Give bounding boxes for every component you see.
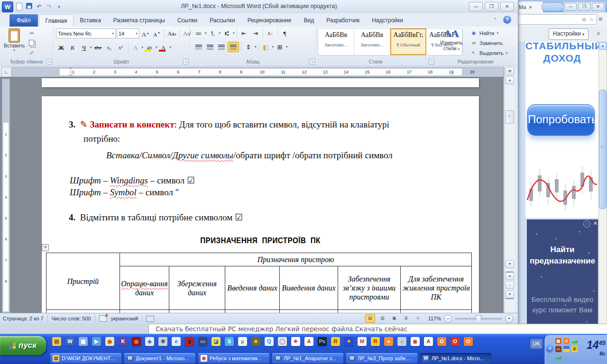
language-badge[interactable]: UK bbox=[530, 339, 543, 349]
address-bar[interactable]: ⊖ ☆ bbox=[517, 14, 597, 25]
format-painter-icon[interactable]: ✐ bbox=[28, 49, 36, 57]
paste-button[interactable]: Вставить ▾ bbox=[4, 28, 25, 57]
subscript-button[interactable]: x₂ bbox=[104, 43, 115, 52]
quick-launch-icon[interactable]: O bbox=[437, 337, 446, 346]
dialog-launcher-icon[interactable]: ↘ bbox=[309, 59, 315, 64]
ribbon-tab[interactable]: Разработчик bbox=[320, 14, 366, 27]
taskbar-window-button[interactable]: ◉ Ребуси з математик... bbox=[198, 353, 269, 364]
ribbon-tab[interactable]: Рассылки bbox=[203, 14, 241, 27]
word-count[interactable]: Число слов: 500 bbox=[52, 316, 91, 321]
superscript-button[interactable]: x² bbox=[116, 43, 126, 52]
title-bar[interactable]: W ↶ ↷ ▾ ЛР_№1.docx - Microsoft Word (Сбо… bbox=[0, 0, 518, 14]
cut-icon[interactable]: ✂ bbox=[28, 29, 36, 37]
quick-launch-icon[interactable]: ▭ bbox=[198, 337, 207, 346]
style-tile[interactable]: АаБбВвГг, ¶ Обычный bbox=[390, 28, 426, 55]
quick-launch-icon[interactable]: R bbox=[331, 337, 340, 346]
browser-tab[interactable]: Ма ✕ bbox=[516, 1, 543, 13]
grow-font-button[interactable]: А▲ bbox=[140, 29, 151, 38]
bullets-icon[interactable]: ≔ bbox=[193, 29, 204, 38]
dialog-launcher-icon[interactable]: ↘ bbox=[183, 59, 189, 64]
ad-banner[interactable]: Скачать бесплатный PC менеджер Легкий пе… bbox=[148, 324, 607, 334]
quick-launch-icon[interactable]: ◉ bbox=[411, 337, 420, 346]
quick-launch-icon[interactable]: ▶ bbox=[92, 337, 101, 346]
document-area[interactable]: 12345678 3. ✎ Записати в конспект: Для т… bbox=[0, 77, 504, 313]
quick-launch-icon[interactable]: ◯ bbox=[278, 337, 287, 346]
text-effects-button[interactable]: А bbox=[130, 43, 141, 52]
ribbon-tab[interactable]: Рецензирование bbox=[241, 14, 298, 27]
italic-button[interactable]: К bbox=[67, 43, 78, 52]
new-tab-button[interactable] bbox=[542, 2, 563, 11]
scroll-up-icon[interactable]: ▲ bbox=[599, 42, 607, 50]
align-center-button[interactable] bbox=[205, 42, 215, 52]
quick-launch-icon[interactable]: ▮ bbox=[185, 337, 194, 346]
tab-close-icon[interactable]: ✕ bbox=[528, 5, 532, 10]
sort-icon[interactable]: А↓ bbox=[265, 29, 276, 38]
style-tile[interactable]: АаБбВв Заголово... bbox=[318, 28, 354, 55]
borders-icon[interactable]: ⊞ bbox=[275, 43, 285, 52]
zoom-in-button[interactable]: + bbox=[505, 315, 513, 323]
shrink-font-button[interactable]: А▼ bbox=[152, 29, 162, 38]
quick-launch-icon[interactable]: ● bbox=[384, 337, 393, 346]
page-indicator[interactable]: Страница: 2 из 7 bbox=[3, 316, 44, 321]
tray-icon[interactable]: O bbox=[563, 338, 570, 344]
table-move-handle-icon[interactable]: ✛ bbox=[42, 244, 49, 251]
quick-launch-icon[interactable]: ★ bbox=[251, 337, 260, 346]
quick-launch-icon[interactable]: ❖ bbox=[291, 337, 300, 346]
decrease-indent-icon[interactable]: ⇤ bbox=[239, 29, 249, 38]
find-button[interactable]: ◉ Найти▾ bbox=[470, 29, 507, 37]
ad-bottom[interactable]: i ✕ Найти предназначение Бесплатный виде… bbox=[527, 219, 598, 332]
ribbon-tab[interactable]: Главная bbox=[39, 14, 74, 27]
ad-close-icon[interactable]: ✕ bbox=[593, 220, 598, 227]
print-layout-view-button[interactable]: ▤ bbox=[365, 314, 375, 323]
dialog-launcher-icon[interactable]: ↘ bbox=[46, 59, 52, 64]
style-tile[interactable]: АаБбВв Заголово... bbox=[354, 28, 390, 55]
zoom-slider[interactable] bbox=[455, 318, 502, 319]
quick-launch-icon[interactable]: W bbox=[65, 337, 74, 346]
search-minus-icon[interactable]: ⊖ bbox=[582, 17, 586, 23]
spellcheck-icon[interactable] bbox=[99, 315, 107, 322]
quick-launch-icon[interactable]: A bbox=[304, 337, 313, 346]
quick-launch-icon[interactable]: ▤ bbox=[52, 337, 61, 346]
help-icon[interactable]: ? bbox=[503, 16, 511, 24]
scroll-up-icon[interactable]: ▲ bbox=[506, 76, 514, 84]
quick-launch-icon[interactable]: ◈ bbox=[145, 337, 154, 346]
shading-icon[interactable]: ◧ bbox=[261, 43, 271, 52]
quick-launch-icon[interactable]: ▦ bbox=[79, 337, 88, 346]
draft-view-button[interactable]: ≡ bbox=[414, 315, 423, 322]
ribbon-tab[interactable]: Вставка bbox=[74, 14, 107, 27]
tray-icon[interactable]: ✆ bbox=[571, 346, 578, 352]
ribbon-tab[interactable]: Ссылки bbox=[171, 14, 203, 27]
restore-button[interactable]: ❐ bbox=[485, 2, 498, 11]
quick-launch-icon[interactable]: ✦ bbox=[344, 337, 353, 346]
quick-launch-icon[interactable]: S bbox=[225, 337, 234, 346]
quick-launch-icon[interactable]: e bbox=[172, 337, 181, 346]
minimize-button[interactable]: — bbox=[469, 2, 483, 11]
tray-icon[interactable]: ▭ bbox=[555, 346, 561, 352]
taskbar-window-button[interactable]: W Документ1 - Microso... bbox=[124, 353, 195, 364]
change-styles-button[interactable]: АА Изменитьстили ▾ bbox=[436, 27, 467, 51]
start-button[interactable]: пуск bbox=[0, 336, 46, 355]
taskbar-window-button[interactable]: W ЛР_№3_Прогр забе... bbox=[346, 353, 417, 364]
tray-collapse-icon[interactable]: ◂ bbox=[546, 345, 553, 352]
strikethrough-button[interactable]: abe bbox=[93, 43, 103, 52]
quick-launch-icon[interactable]: Ps bbox=[318, 337, 327, 346]
quick-launch-icon[interactable]: M bbox=[358, 337, 367, 346]
quick-launch-icon[interactable]: R bbox=[371, 337, 380, 346]
ruler-toggle-button[interactable]: ▤ bbox=[506, 67, 514, 75]
underline-button[interactable]: Ч bbox=[79, 43, 89, 52]
ad-settings-button[interactable]: Настройки ▾ bbox=[549, 28, 589, 40]
browser-scrollbar[interactable]: ▲ ▼ bbox=[598, 42, 607, 334]
try-button[interactable]: Попробовать bbox=[527, 104, 595, 136]
scroll-down-icon[interactable]: ▼ bbox=[506, 260, 514, 268]
ribbon-tab[interactable]: Надстройки bbox=[366, 14, 409, 27]
highlight-button[interactable]: ab bbox=[144, 43, 155, 52]
browser-close-button[interactable]: ✕ bbox=[592, 3, 604, 11]
font-size-select[interactable]: 14▾ bbox=[117, 28, 139, 38]
font-name-select[interactable]: Times New Rc▾ bbox=[56, 28, 116, 38]
ribbon-tab[interactable]: Вид bbox=[297, 14, 320, 27]
bookmark-star-icon[interactable]: ☆ bbox=[589, 17, 594, 23]
ad-settings-close-icon[interactable]: ✕ bbox=[596, 30, 601, 37]
select-browse-object-button[interactable]: ○ bbox=[506, 281, 514, 289]
select-button[interactable]: ↖ Выделить▾ bbox=[470, 49, 507, 57]
next-page-button[interactable]: ▼ bbox=[506, 291, 514, 299]
